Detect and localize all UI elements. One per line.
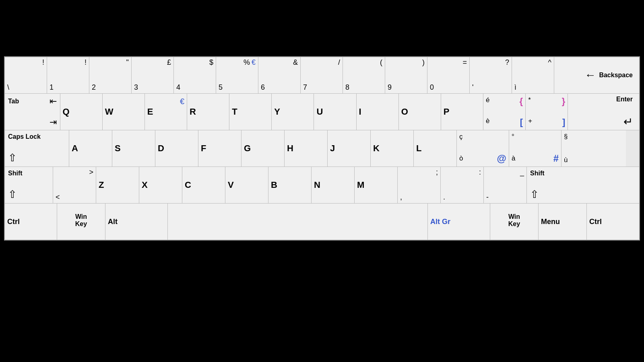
key-space[interactable] [168, 204, 428, 240]
key-v[interactable]: V [225, 167, 268, 203]
key-c[interactable]: C [182, 167, 225, 203]
key-9[interactable]: ) 9 [385, 57, 427, 93]
key-tab[interactable]: Tab ⇤ ⇥ [5, 94, 60, 130]
tab-left-arrow-icon: ⇤ [50, 96, 57, 107]
key-g[interactable]: G [242, 130, 285, 167]
key-apostrophe[interactable]: ? ' [470, 57, 512, 93]
shift-right-arrow-icon: ⇧ [530, 188, 636, 201]
key-e[interactable]: E € [145, 94, 187, 130]
key-a[interactable]: A [69, 130, 112, 167]
key-t[interactable]: T [229, 94, 272, 130]
key-z[interactable]: Z [96, 167, 139, 203]
key-enter[interactable]: Enter ↵ [568, 94, 639, 130]
enter-arrow-icon: ↵ [623, 115, 633, 128]
key-x[interactable]: X [139, 167, 182, 203]
euro-sign-icon: € [180, 97, 184, 106]
shift-right-label: Shift [530, 169, 636, 177]
shift-row: Shift ⇧ > < Z X C V [5, 167, 639, 204]
key-6[interactable]: & 6 [258, 57, 301, 93]
keyboard-wrapper: ! \ ! 1 " 2 £ 3 $ 4 [0, 0, 644, 241]
key-8[interactable]: ( 8 [343, 57, 385, 93]
key-u[interactable]: U [314, 94, 356, 130]
key-s[interactable]: S [112, 130, 155, 167]
key-ctrl-left[interactable]: Ctrl [5, 204, 57, 240]
key-5[interactable]: % € 5 [216, 57, 258, 93]
key-q[interactable]: Q [60, 94, 103, 130]
key-i[interactable]: I [357, 94, 399, 130]
key-1[interactable]: ! 1 [47, 57, 89, 93]
shift-left-label: Shift [8, 169, 50, 177]
key-backslash[interactable]: ! \ [5, 57, 47, 93]
key-4[interactable]: $ 4 [174, 57, 216, 93]
key-open-bracket[interactable]: é { è [ [483, 94, 526, 130]
key-section[interactable]: § ù [561, 130, 626, 167]
key-win-right[interactable]: WinKey [490, 204, 539, 240]
key-win-left[interactable]: WinKey [57, 204, 105, 240]
caps-lock-label: Caps Lock [8, 133, 66, 140]
key-j[interactable]: J [328, 130, 371, 167]
enter-label: Enter [616, 95, 633, 103]
key-3[interactable]: £ 3 [132, 57, 174, 93]
key-ctrl-right[interactable]: Ctrl [587, 204, 639, 240]
bottom-row: Ctrl WinKey Alt Alt Gr WinKey Menu [5, 204, 639, 240]
key-c-cedilla[interactable]: ç ò @ [457, 130, 509, 167]
key-caret[interactable]: ^ ì [512, 57, 554, 93]
key-d[interactable]: D [155, 130, 198, 167]
key-y[interactable]: Y [272, 94, 314, 130]
key-r[interactable]: R [187, 94, 229, 130]
key-close-bracket[interactable]: * } + ] [526, 94, 568, 130]
key-shift-right[interactable]: Shift ⇧ [527, 167, 639, 203]
keyboard: ! \ ! 1 " 2 £ 3 $ 4 [4, 56, 640, 241]
key-caps-lock[interactable]: Caps Lock ⇧ [5, 130, 69, 167]
tab-right-arrow-icon: ⇥ [50, 117, 57, 127]
key-dash[interactable]: _ - [484, 167, 527, 203]
backspace-label: Backspace [599, 71, 633, 79]
key-hash[interactable]: ° à # [509, 130, 561, 167]
key-l[interactable]: L [414, 130, 457, 167]
key-semicolon[interactable]: ; , [398, 167, 441, 203]
key-f[interactable]: F [198, 130, 242, 167]
key-backspace[interactable]: ← Backspace [554, 57, 639, 93]
tab-row: Tab ⇤ ⇥ Q W E € R [5, 94, 639, 130]
caps-row: Caps Lock ⇧ A S D F G [5, 130, 639, 167]
shift-left-arrow-icon: ⇧ [8, 188, 50, 201]
caps-lock-arrow-icon: ⇧ [8, 152, 66, 164]
key-altgr[interactable]: Alt Gr [428, 204, 490, 240]
key-shift-left[interactable]: Shift ⇧ [5, 167, 53, 203]
key-0[interactable]: = 0 [427, 57, 470, 93]
key-angle-bracket[interactable]: > < [53, 167, 96, 203]
key-alt[interactable]: Alt [105, 204, 168, 240]
number-row: ! \ ! 1 " 2 £ 3 $ 4 [5, 57, 639, 94]
key-w[interactable]: W [103, 94, 145, 130]
key-colon[interactable]: : . [441, 167, 484, 203]
key-p[interactable]: P [441, 94, 483, 130]
key-o[interactable]: O [399, 94, 441, 130]
key-menu[interactable]: Menu [539, 204, 587, 240]
key-m[interactable]: M [355, 167, 398, 203]
key-h[interactable]: H [285, 130, 328, 167]
tab-label: Tab [8, 97, 19, 105]
key-b[interactable]: B [268, 167, 312, 203]
key-k[interactable]: K [371, 130, 414, 167]
key-n[interactable]: N [312, 167, 355, 203]
key-7[interactable]: / 7 [301, 57, 343, 93]
key-2[interactable]: " 2 [89, 57, 132, 93]
